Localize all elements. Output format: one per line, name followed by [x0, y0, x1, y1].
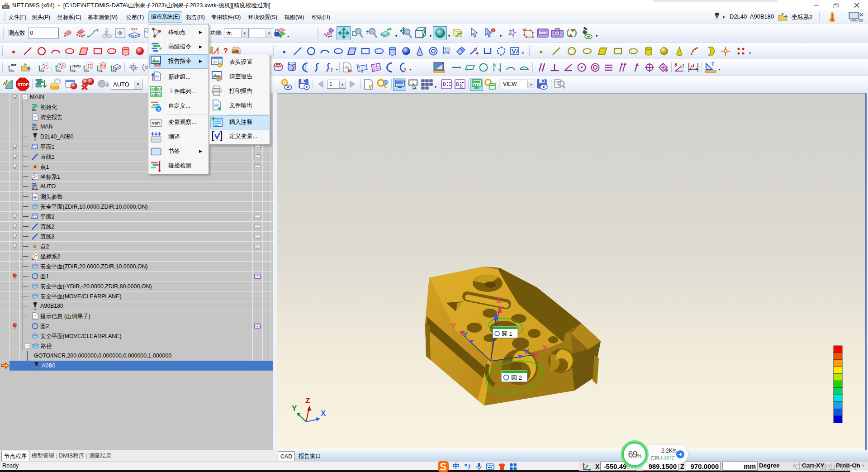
svg-text:?: ? — [403, 68, 406, 73]
svg-text:Init: Init — [11, 63, 16, 67]
svg-text:Z: Z — [493, 313, 498, 322]
svg-text:u: u — [356, 62, 359, 67]
svg-text:RPS: RPS — [72, 64, 81, 68]
svg-text:?: ? — [157, 107, 160, 112]
svg-text:D: D — [456, 82, 459, 87]
svg-text:θ: θ — [674, 62, 677, 67]
svg-text:D: D — [443, 82, 446, 87]
svg-text:圆 2: 圆 2 — [511, 374, 522, 381]
svg-text:±: ± — [366, 29, 369, 34]
svg-text:CMD: CMD — [154, 64, 161, 67]
svg-text:圆 1: 圆 1 — [502, 330, 512, 337]
svg-text:STOP: STOP — [18, 82, 28, 87]
svg-text:Z: Z — [305, 396, 310, 405]
svg-text:IO: IO — [152, 93, 155, 96]
svg-text:Y: Y — [463, 331, 468, 339]
svg-text:Y: Y — [292, 404, 297, 413]
svg-text:var:: var: — [152, 120, 160, 125]
svg-text:d: d — [691, 63, 694, 68]
svg-text:X: X — [542, 344, 548, 353]
svg-text:DMIS: DMIS — [3, 6, 9, 9]
svg-text:IO: IO — [152, 87, 155, 91]
svg-text:Y: Y — [451, 322, 456, 330]
svg-text:XYZ: XYZ — [131, 28, 138, 31]
svg-text:T: T — [711, 62, 714, 67]
svg-text:X: X — [524, 348, 530, 356]
svg-text:xyz: xyz — [522, 28, 526, 30]
svg-text:IO: IO — [157, 87, 161, 91]
svg-text:Z: Z — [497, 296, 501, 305]
svg-text:X: X — [321, 409, 326, 418]
svg-text:IO: IO — [157, 93, 161, 96]
svg-text:?: ? — [330, 68, 333, 73]
svg-text:v: v — [361, 70, 363, 73]
